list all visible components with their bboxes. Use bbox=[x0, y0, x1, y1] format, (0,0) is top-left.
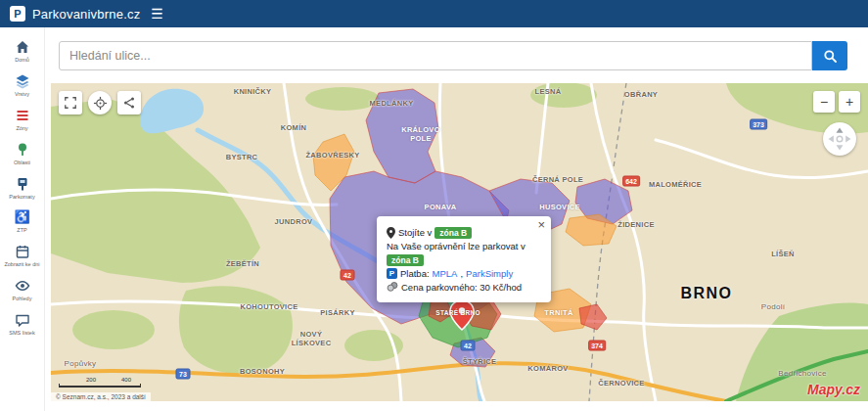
home-icon bbox=[15, 39, 30, 55]
compass-arrows-icon bbox=[825, 124, 854, 154]
sidebar-item-parking-meters[interactable]: Parkomaty bbox=[0, 172, 44, 205]
sidebar-item-areas[interactable]: Oblasti bbox=[0, 138, 44, 170]
sidebar-item-sms-ticket[interactable]: SMS lístek bbox=[0, 308, 44, 341]
road-shield: 374 bbox=[588, 341, 606, 351]
parking-meter-icon bbox=[15, 176, 30, 192]
app-logo-letter: P bbox=[14, 8, 21, 20]
zoom-out-button[interactable]: − bbox=[813, 91, 835, 113]
sidebar-item-ztp[interactable]: ♿ ZTP bbox=[0, 206, 44, 238]
road-shield: 73 bbox=[176, 369, 191, 380]
search-icon bbox=[823, 49, 838, 64]
road-shield: 42 bbox=[461, 341, 476, 351]
fullscreen-button[interactable] bbox=[59, 91, 82, 114]
sidebar-item-home[interactable]: Domů bbox=[0, 35, 44, 68]
sidebar-item-views[interactable]: Pohledy bbox=[0, 274, 44, 306]
tree-icon bbox=[15, 142, 30, 158]
share-button[interactable] bbox=[117, 91, 141, 114]
map-attribution: © Seznam.cz, a.s., 2023 a další bbox=[51, 392, 151, 401]
layers-icon bbox=[15, 73, 30, 89]
brand-title: Parkovanivbrne.cz bbox=[32, 7, 140, 22]
map-container: KNINIČKY MEDLÁNKY LESNÁ OBŘANY KOMÍN KRÁ… bbox=[51, 83, 868, 401]
fullscreen-icon bbox=[64, 96, 77, 110]
sidebar-item-label: Pohledy bbox=[13, 296, 32, 302]
map-controls bbox=[59, 91, 141, 114]
mapy-cz-logo[interactable]: Mapy.cz bbox=[807, 382, 860, 397]
sidebar-item-label: Domů bbox=[15, 57, 29, 64]
road-shield: 373 bbox=[750, 119, 767, 130]
search-button[interactable] bbox=[812, 41, 847, 70]
calendar-icon bbox=[15, 244, 30, 259]
parking-icon: P bbox=[387, 268, 397, 279]
pan-compass-control[interactable] bbox=[823, 122, 856, 156]
eye-icon bbox=[15, 278, 30, 294]
price-text: Cena parkovného: 30 Kč/hod bbox=[401, 282, 522, 293]
payment-link-parksimply[interactable]: ParkSimply bbox=[466, 268, 513, 279]
sidebar-item-label: Oblasti bbox=[14, 160, 30, 166]
zoom-controls: − + bbox=[813, 91, 860, 113]
road-shield: 642 bbox=[622, 176, 640, 187]
gps-crosshair-icon bbox=[93, 96, 108, 111]
sidebar-item-label: Parkomaty bbox=[9, 194, 34, 201]
sidebar-item-label: Vrstvy bbox=[15, 91, 29, 98]
road-shield: 42 bbox=[341, 270, 355, 281]
search-input[interactable] bbox=[59, 41, 812, 70]
close-icon[interactable]: × bbox=[537, 217, 545, 232]
pin-icon bbox=[387, 227, 395, 239]
sidebar-item-show-by-date[interactable]: Zobrazit ke dni bbox=[0, 240, 44, 272]
hamburger-menu-icon[interactable]: ☰ bbox=[151, 6, 163, 22]
locate-button[interactable] bbox=[88, 91, 112, 114]
app-logo-icon: P bbox=[10, 6, 25, 22]
zones-icon bbox=[15, 108, 30, 123]
popup-line1: Stojíte v bbox=[398, 227, 432, 238]
sidebar-item-label: Zobrazit ke dni bbox=[4, 261, 39, 268]
coins-icon bbox=[387, 282, 398, 292]
chat-bubble-icon bbox=[15, 312, 30, 328]
left-sidebar: Domů Vrstvy Zóny Oblasti Parkomaty ♿ ZTP… bbox=[0, 27, 45, 411]
zone-badge: zóna B bbox=[434, 227, 472, 239]
zoom-in-button[interactable]: + bbox=[839, 91, 860, 113]
app-window: P Parkovanivbrne.cz ☰ Domů Vrstvy Zóny O… bbox=[0, 0, 868, 411]
zone-badge: zóna B bbox=[387, 254, 424, 266]
payment-link-mpla[interactable]: MPLA bbox=[433, 268, 458, 279]
sidebar-item-layers[interactable]: Vrstvy bbox=[0, 69, 44, 102]
popup-line2: Na Vaše oprávnění lze parkovat v bbox=[387, 241, 525, 251]
street-search bbox=[59, 41, 847, 70]
share-icon bbox=[122, 96, 136, 110]
payment-separator: , bbox=[460, 268, 463, 279]
wheelchair-icon: ♿ bbox=[14, 209, 29, 225]
top-navbar: P Parkovanivbrne.cz ☰ bbox=[0, 0, 868, 27]
zone-info-popup: × Stojíte v zóna B Na Vaše oprávnění lze… bbox=[377, 216, 551, 302]
sidebar-item-zones[interactable]: Zóny bbox=[0, 104, 44, 136]
sidebar-item-label: Zóny bbox=[16, 125, 27, 132]
sidebar-item-label: ZTP bbox=[17, 227, 26, 234]
payment-label: Platba: bbox=[400, 268, 430, 279]
sidebar-item-label: SMS lístek bbox=[9, 330, 34, 337]
